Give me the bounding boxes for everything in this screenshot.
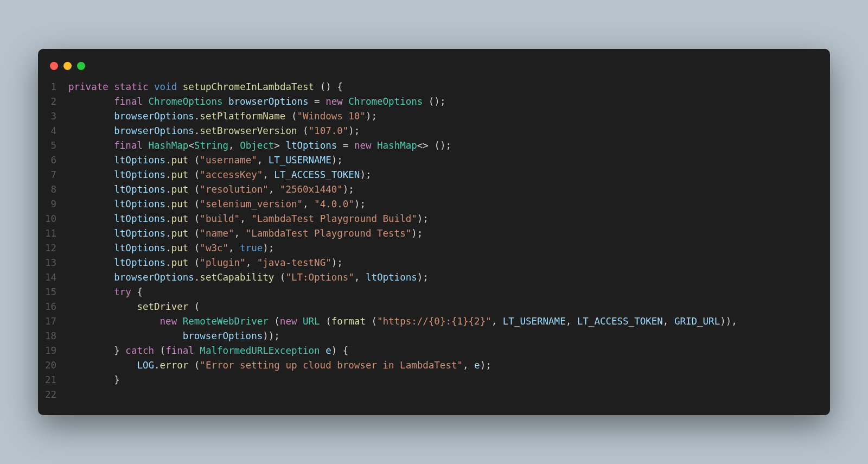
line-number: 13 [38, 256, 68, 270]
code-line[interactable]: 3 browserOptions.setPlatformName ("Windo… [38, 109, 830, 124]
line-content[interactable]: ltOptions.put ("resolution", "2560x1440"… [68, 182, 354, 197]
minimize-icon[interactable] [63, 62, 72, 70]
code-line[interactable]: 18 browserOptions)); [38, 329, 830, 344]
close-icon[interactable] [50, 62, 58, 70]
line-number: 22 [38, 387, 68, 402]
line-content[interactable]: browserOptions)); [68, 329, 280, 344]
maximize-icon[interactable] [77, 62, 85, 70]
line-number: 6 [38, 153, 68, 168]
code-line[interactable]: 10 ltOptions.put ("build", "LambdaTest P… [38, 212, 830, 226]
code-line[interactable]: 5 final HashMap<String, Object> ltOption… [38, 138, 830, 153]
code-line[interactable]: 19 } catch (final MalformedURLException … [38, 344, 830, 358]
code-window: 1private static void setupChromeInLambda… [38, 49, 830, 415]
line-number: 3 [38, 109, 68, 124]
line-number: 16 [38, 300, 68, 314]
code-line[interactable]: 17 new RemoteWebDriver (new URL (format … [38, 314, 830, 329]
line-content[interactable]: final HashMap<String, Object> ltOptions … [68, 138, 451, 153]
line-content[interactable]: final ChromeOptions browserOptions = new… [68, 94, 445, 109]
code-line[interactable]: 13 ltOptions.put ("plugin", "java-testNG… [38, 256, 830, 270]
line-content[interactable]: new RemoteWebDriver (new URL (format ("h… [68, 314, 737, 329]
line-number: 17 [38, 314, 68, 329]
line-number: 1 [38, 80, 68, 94]
line-content[interactable]: ltOptions.put ("w3c", true); [68, 241, 274, 256]
line-content[interactable]: ltOptions.put ("build", "LambdaTest Play… [68, 212, 429, 226]
line-number: 15 [38, 285, 68, 300]
code-line[interactable]: 11 ltOptions.put ("name", "LambdaTest Pl… [38, 226, 830, 241]
line-content[interactable]: ltOptions.put ("name", "LambdaTest Playg… [68, 226, 423, 241]
code-line[interactable]: 16 setDriver ( [38, 300, 830, 314]
line-content[interactable]: browserOptions.setCapability ("LT:Option… [68, 270, 429, 285]
line-number: 8 [38, 182, 68, 197]
line-content[interactable]: ltOptions.put ("selenium_version", "4.0.… [68, 197, 366, 212]
code-line[interactable]: 6 ltOptions.put ("username", LT_USERNAME… [38, 153, 830, 168]
line-content[interactable]: } catch (final MalformedURLException e) … [68, 344, 348, 358]
code-line[interactable]: 22 [38, 387, 830, 402]
code-line[interactable]: 8 ltOptions.put ("resolution", "2560x144… [38, 182, 830, 197]
line-content[interactable]: browserOptions.setBrowserVersion ("107.0… [68, 124, 360, 138]
line-number: 2 [38, 94, 68, 109]
line-content[interactable]: ltOptions.put ("username", LT_USERNAME); [68, 153, 343, 168]
code-line[interactable]: 15 try { [38, 285, 830, 300]
line-number: 21 [38, 373, 68, 387]
line-number: 19 [38, 344, 68, 358]
line-number: 7 [38, 168, 68, 182]
line-number: 18 [38, 329, 68, 344]
code-line[interactable]: 4 browserOptions.setBrowserVersion ("107… [38, 124, 830, 138]
code-editor[interactable]: 1private static void setupChromeInLambda… [38, 80, 830, 402]
line-content[interactable]: ltOptions.put ("plugin", "java-testNG"); [68, 256, 343, 270]
window-controls [38, 60, 830, 80]
code-line[interactable]: 20 LOG.error ("Error setting up cloud br… [38, 358, 830, 373]
line-content[interactable]: LOG.error ("Error setting up cloud brows… [68, 358, 492, 373]
line-content[interactable]: try { [68, 285, 143, 300]
line-content[interactable]: } [68, 373, 120, 387]
line-number: 4 [38, 124, 68, 138]
code-line[interactable]: 1private static void setupChromeInLambda… [38, 80, 830, 94]
line-number: 14 [38, 270, 68, 285]
line-content[interactable]: browserOptions.setPlatformName ("Windows… [68, 109, 377, 124]
line-number: 11 [38, 226, 68, 241]
line-number: 9 [38, 197, 68, 212]
code-line[interactable]: 12 ltOptions.put ("w3c", true); [38, 241, 830, 256]
line-content[interactable]: private static void setupChromeInLambdaT… [68, 80, 343, 94]
line-number: 12 [38, 241, 68, 256]
code-line[interactable]: 7 ltOptions.put ("accessKey", LT_ACCESS_… [38, 168, 830, 182]
code-line[interactable]: 21 } [38, 373, 830, 387]
line-content[interactable]: setDriver ( [68, 300, 200, 314]
line-number: 20 [38, 358, 68, 373]
line-number: 10 [38, 212, 68, 226]
code-line[interactable]: 9 ltOptions.put ("selenium_version", "4.… [38, 197, 830, 212]
line-number: 5 [38, 138, 68, 153]
line-content[interactable]: ltOptions.put ("accessKey", LT_ACCESS_TO… [68, 168, 371, 182]
code-line[interactable]: 14 browserOptions.setCapability ("LT:Opt… [38, 270, 830, 285]
code-line[interactable]: 2 final ChromeOptions browserOptions = n… [38, 94, 830, 109]
